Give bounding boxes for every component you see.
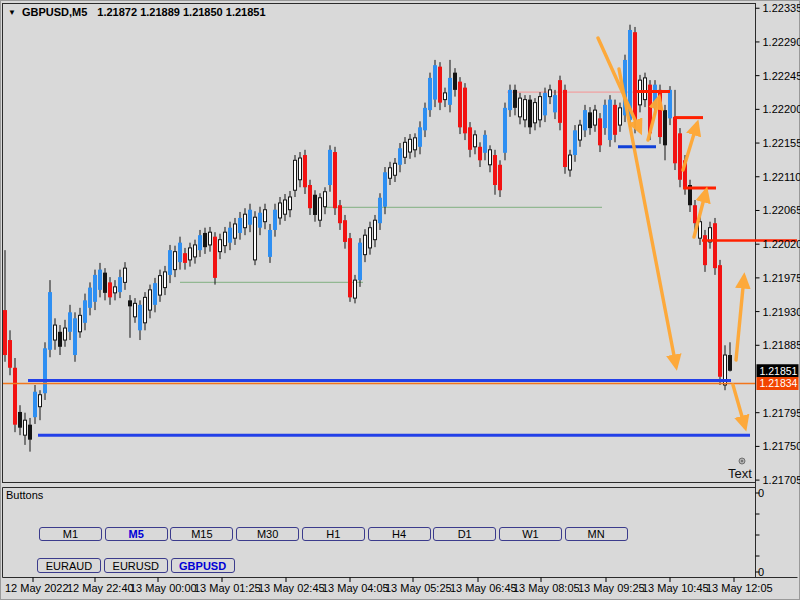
arrow-annotation[interactable] bbox=[733, 385, 745, 427]
level-lines-front[interactable] bbox=[3, 91, 797, 435]
candle-body bbox=[268, 230, 272, 257]
candle-body bbox=[134, 303, 137, 316]
symbol-button-gbpusd[interactable]: GBPUSD bbox=[171, 558, 235, 573]
candle bbox=[369, 222, 372, 255]
candle bbox=[24, 413, 27, 445]
candle-body bbox=[284, 200, 287, 214]
candle-body bbox=[418, 127, 422, 146]
candle-body bbox=[489, 150, 492, 165]
subwindow-scale: 00 bbox=[756, 487, 765, 578]
timeframe-button-h4[interactable]: H4 bbox=[368, 527, 431, 541]
candle-body bbox=[128, 300, 132, 306]
candle bbox=[519, 93, 522, 124]
candle bbox=[534, 98, 537, 130]
candle bbox=[423, 103, 427, 137]
candle bbox=[663, 105, 667, 160]
candle bbox=[709, 222, 712, 249]
candle-body bbox=[273, 210, 277, 230]
candle bbox=[594, 105, 597, 132]
candle-body bbox=[423, 108, 427, 130]
time-axis[interactable]: 12 May 202212 May 22:4013 May 00:0013 Ma… bbox=[5, 578, 773, 595]
candle-body bbox=[603, 105, 607, 128]
candle bbox=[209, 227, 212, 252]
candle bbox=[358, 238, 362, 287]
timeframe-button-m5[interactable]: M5 bbox=[105, 527, 168, 541]
candle bbox=[203, 228, 207, 254]
candle-body bbox=[673, 117, 677, 163]
candle bbox=[294, 155, 297, 197]
candle bbox=[153, 278, 157, 312]
price-tick-label: 1.21795 bbox=[763, 407, 800, 419]
timeframe-button-h1[interactable]: H1 bbox=[302, 527, 365, 541]
time-tick-label: 13 May 10:45 bbox=[642, 582, 709, 594]
candle-body bbox=[254, 217, 257, 260]
timeframe-button-m1[interactable]: M1 bbox=[39, 527, 102, 541]
candle bbox=[378, 193, 382, 230]
candle-body bbox=[549, 90, 552, 97]
arrow-annotation[interactable] bbox=[736, 277, 744, 360]
candle bbox=[244, 208, 247, 235]
candle-body bbox=[73, 318, 77, 355]
candle bbox=[68, 305, 72, 340]
candle bbox=[713, 218, 717, 275]
candle bbox=[159, 270, 162, 302]
candle-body bbox=[613, 105, 617, 135]
candle-body bbox=[279, 203, 282, 218]
terminal-window: 1.223351.222901.222451.222001.221551.221… bbox=[0, 0, 800, 600]
candle bbox=[268, 224, 272, 263]
time-tick-label: 13 May 02:45 bbox=[258, 582, 325, 594]
candle-body bbox=[663, 110, 667, 145]
candle bbox=[54, 318, 57, 349]
candle-body bbox=[198, 235, 202, 250]
candle bbox=[219, 234, 222, 259]
candle-body bbox=[468, 127, 472, 149]
candle-body bbox=[448, 78, 452, 105]
timeframe-button-m30[interactable]: M30 bbox=[236, 527, 299, 541]
candle-body bbox=[444, 93, 447, 100]
chart-text-object[interactable]: Text bbox=[728, 466, 752, 481]
candle bbox=[354, 275, 357, 303]
candle bbox=[343, 215, 347, 249]
candle-body bbox=[718, 265, 722, 377]
price-chart[interactable]: 1.223351.222901.222451.222001.221551.221… bbox=[0, 0, 800, 600]
symbol-dropdown-icon[interactable]: ▼ bbox=[8, 8, 16, 17]
candle-body bbox=[458, 82, 462, 128]
arrow-annotation[interactable] bbox=[683, 124, 697, 170]
candle-body bbox=[398, 148, 402, 164]
candle bbox=[93, 270, 97, 310]
candle bbox=[374, 215, 377, 247]
candle bbox=[114, 280, 117, 300]
candle bbox=[258, 207, 262, 235]
price-tick-label: 1.22245 bbox=[763, 70, 800, 82]
candle-body bbox=[573, 130, 577, 155]
candle bbox=[563, 85, 567, 174]
candle-body bbox=[3, 310, 7, 355]
time-tick-label: 13 May 12:05 bbox=[706, 582, 773, 594]
candle bbox=[543, 88, 547, 122]
candle-body bbox=[189, 248, 192, 260]
candle-body bbox=[358, 243, 362, 280]
candle-body bbox=[474, 135, 477, 147]
candle bbox=[289, 191, 292, 217]
timeframe-button-w1[interactable]: W1 bbox=[499, 527, 562, 541]
candle bbox=[448, 60, 452, 112]
candle-body bbox=[348, 238, 352, 297]
candle bbox=[248, 204, 252, 232]
candle-body bbox=[209, 232, 212, 245]
candle-body bbox=[493, 155, 497, 185]
candle bbox=[64, 320, 67, 347]
symbol-button-euraud[interactable]: EURAUD bbox=[37, 558, 101, 573]
timeframe-button-m15[interactable]: M15 bbox=[170, 527, 233, 541]
candle bbox=[168, 245, 172, 283]
arrow-annotation[interactable] bbox=[619, 69, 676, 366]
candle bbox=[149, 285, 152, 319]
candle-body bbox=[364, 235, 367, 254]
candle-body bbox=[519, 98, 522, 117]
candle-body bbox=[693, 205, 697, 223]
price-axis[interactable]: 1.223351.222901.222451.222001.221551.221… bbox=[756, 2, 800, 486]
candle bbox=[508, 85, 512, 117]
symbol-button-eurusd[interactable]: EURUSD bbox=[104, 558, 168, 573]
candle bbox=[489, 145, 492, 172]
timeframe-button-mn[interactable]: MN bbox=[565, 527, 628, 541]
timeframe-button-d1[interactable]: D1 bbox=[433, 527, 496, 541]
